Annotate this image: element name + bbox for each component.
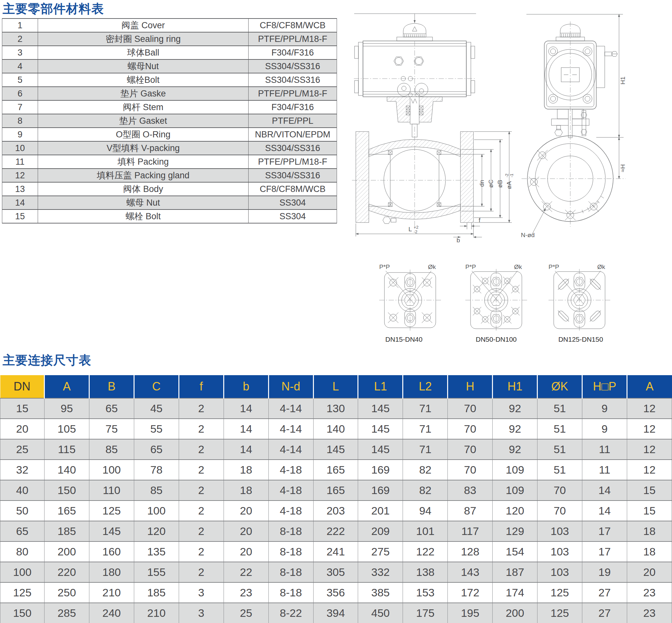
dim-cell: 92 (493, 419, 537, 439)
dim-col-header: H (448, 375, 493, 398)
dim-cell: 222 (313, 521, 358, 541)
dim-cell: 78 (134, 459, 179, 480)
dim-cell: 14 (582, 501, 627, 521)
dim-cell: 2 (179, 562, 224, 583)
dim-cell: 11 (582, 439, 627, 459)
dim-cell: 23 (627, 603, 672, 623)
dim-cell: 110 (89, 480, 134, 501)
dim-label-f: f (479, 217, 480, 224)
dim-label-oa-tol-top: -2 (504, 174, 509, 177)
table-row: 40150110852184-181651698283109701415 (0, 480, 672, 501)
dim-cell: 2 (179, 439, 224, 459)
mat-row-number: 7 (2, 100, 38, 114)
dim-cell: 209 (358, 521, 403, 541)
dim-cell: 100 (89, 459, 134, 480)
mat-row-number: 8 (2, 114, 38, 128)
table-row: 14螺母 NutSS304 (2, 196, 337, 209)
dim-cell: 12 (627, 419, 672, 439)
dim-cell: 18 (627, 541, 672, 562)
dim-cell: 125 (537, 583, 582, 603)
mat-row-number: 4 (2, 59, 38, 73)
pad-view-dn15-dn40: P*P Øk DN15-DN40 (379, 263, 441, 343)
valve-technical-drawings: dn øC øB øA -2 -1 L +2 -2 f b (349, 10, 672, 351)
dim-cell: 70 (448, 398, 493, 419)
dim-cell: 51 (537, 398, 582, 419)
mat-part-name: 填料压盖 Packing gland (38, 169, 249, 182)
mat-part-name: V型填料 V-packing (38, 141, 249, 155)
dim-cell: 15 (0, 398, 45, 419)
dim-cell: 8-22 (268, 603, 313, 623)
dim-cell: 130 (313, 398, 358, 419)
dim-cell: 201 (358, 501, 403, 521)
dim-col-header: A (627, 375, 672, 398)
dim-cell: 82 (403, 459, 448, 480)
mat-row-number: 13 (2, 182, 38, 196)
dim-cell: 27 (582, 603, 627, 623)
mat-row-number: 11 (2, 155, 38, 169)
table-row: 501651251002204-182032019487120701415 (0, 501, 672, 521)
dim-cell: 83 (448, 480, 493, 501)
table-row: 32140100782184-181651698270109511112 (0, 459, 672, 480)
dim-cell: 20 (224, 541, 268, 562)
dim-cell: 155 (134, 562, 179, 583)
mat-part-name: 螺母 Nut (38, 196, 249, 209)
table-row: 4螺母NutSS304/SS316 (2, 59, 337, 73)
dim-cell: 70 (537, 501, 582, 521)
pad-label-ok: Øk (597, 263, 605, 270)
dim-cell: 2 (179, 398, 224, 419)
dim-cell: 14 (224, 419, 268, 439)
front-view: dn øC øB øA -2 -1 L +2 -2 f b (352, 13, 514, 244)
dim-cell: 22 (224, 562, 268, 583)
dim-cell: 12 (627, 459, 672, 480)
dim-cell: 15 (627, 480, 672, 501)
dim-cell: 20 (0, 419, 45, 439)
side-view: N-ød H1 ≈H (521, 14, 626, 238)
dim-cell: 203 (313, 501, 358, 521)
dim-cell: 143 (448, 562, 493, 583)
dim-cell: 2 (179, 459, 224, 480)
dim-cell: 101 (403, 521, 448, 541)
dim-cell: 51 (537, 419, 582, 439)
table-row: 651851451202208-182222091011171291031718 (0, 521, 672, 541)
dim-col-header-dn: DN (0, 375, 45, 398)
dim-cell: 87 (448, 501, 493, 521)
dim-cell: 8-18 (268, 541, 313, 562)
dim-cell: 100 (0, 562, 45, 583)
table-row: 1502852402103258-22394450175195200125272… (0, 603, 672, 623)
pad-label-ok: Øk (428, 263, 436, 270)
dim-cell: 128 (448, 541, 493, 562)
dim-cell: 11 (582, 459, 627, 480)
table-row: 11填料 PackingPTFE/PPL/M18-F (2, 155, 337, 169)
dim-cell: 356 (313, 583, 358, 603)
dim-cell: 275 (358, 541, 403, 562)
dim-cell: 115 (45, 439, 89, 459)
dim-label-n-od: N-ød (521, 232, 534, 238)
dim-cell: 105 (45, 419, 89, 439)
mat-row-number: 10 (2, 141, 38, 155)
dim-cell: 100 (134, 501, 179, 521)
dim-cell: 220 (45, 562, 89, 583)
dim-cell: 169 (358, 480, 403, 501)
dim-cell: 18 (224, 459, 268, 480)
table-row: 13阀体 BodyCF8/CF8M/WCB (2, 182, 337, 196)
dim-col-header: L1 (358, 375, 403, 398)
mat-material: SS304 (249, 196, 337, 209)
table-row: 159565452144-1413014571709251912 (0, 398, 672, 419)
dim-cell: 71 (403, 419, 448, 439)
dim-col-header: ØK (537, 375, 582, 398)
mat-row-number: 3 (2, 46, 38, 59)
mat-material: PTFE/PPL/M18-F (249, 87, 337, 100)
dim-cell: 187 (493, 562, 537, 583)
dim-cell: 241 (313, 541, 358, 562)
dim-cell: 40 (0, 480, 45, 501)
dim-cell: 2 (179, 480, 224, 501)
dim-cell: 103 (537, 541, 582, 562)
mat-row-number: 14 (2, 196, 38, 209)
dim-cell: 210 (89, 583, 134, 603)
datasheet-page: 主要零部件材料表 1阀盖 CoverCF8/CF8M/WCB 2密封圈 Seal… (0, 0, 672, 623)
dim-cell: 117 (448, 521, 493, 541)
dim-cell: 20 (627, 562, 672, 583)
dim-cell: 185 (134, 583, 179, 603)
mat-material: SS304 (249, 209, 337, 223)
dim-col-header: A (45, 375, 89, 398)
